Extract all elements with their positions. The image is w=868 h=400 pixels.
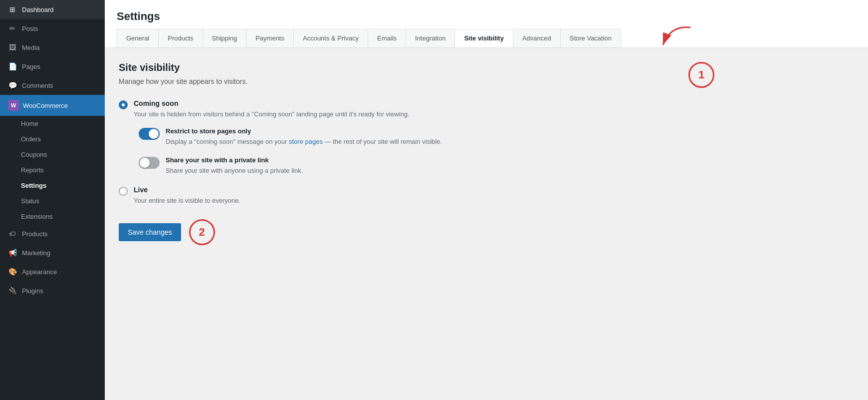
sidebar-item-dashboard[interactable]: ⊞ Dashboard xyxy=(0,0,105,19)
sidebar-item-posts[interactable]: ✏ Posts xyxy=(0,19,105,38)
restrict-store-desc: Display a "coming soon" message on your … xyxy=(166,137,854,147)
restrict-store-toggle-knob xyxy=(149,129,159,139)
live-label: Live xyxy=(134,186,854,194)
pages-icon: 📄 xyxy=(8,62,17,71)
section-header-text: Site visibility Manage how your site app… xyxy=(119,62,247,99)
tab-accounts-privacy[interactable]: Accounts & Privacy xyxy=(293,29,368,47)
private-link-option: Share your site with a private link Shar… xyxy=(139,156,854,176)
tab-products[interactable]: Products xyxy=(158,29,203,47)
dashboard-icon: ⊞ xyxy=(8,5,17,14)
woocommerce-logo: W xyxy=(8,100,19,111)
woocommerce-submenu: Home Orders Coupons Reports Settings Sta… xyxy=(0,116,105,224)
sidebar-item-settings[interactable]: Settings xyxy=(0,178,105,193)
store-pages-link[interactable]: store pages xyxy=(289,138,323,145)
appearance-icon: 🎨 xyxy=(8,267,17,276)
coming-soon-sub-options: Restrict to store pages only Display a "… xyxy=(139,127,854,176)
tab-advanced[interactable]: Advanced xyxy=(513,29,561,47)
comments-icon: 💬 xyxy=(8,81,17,90)
section-header-row: Site visibility Manage how your site app… xyxy=(119,62,854,99)
sidebar-item-extensions[interactable]: Extensions xyxy=(0,209,105,224)
sidebar-item-media[interactable]: 🖼 Media xyxy=(0,38,105,57)
sidebar-item-pages[interactable]: 📄 Pages xyxy=(0,57,105,76)
site-visibility-title: Site visibility xyxy=(119,62,247,73)
coming-soon-label: Coming soon xyxy=(134,99,854,107)
sidebar-item-appearance[interactable]: 🎨 Appearance xyxy=(0,262,105,281)
coming-soon-radio[interactable] xyxy=(119,100,128,109)
live-radio[interactable] xyxy=(119,187,128,196)
sidebar-item-marketing[interactable]: 📢 Marketing xyxy=(0,243,105,262)
live-desc: Your entire site is visible to everyone. xyxy=(134,196,854,206)
coming-soon-content: Coming soon Your site is hidden from vis… xyxy=(134,99,854,119)
tab-emails[interactable]: Emails xyxy=(368,29,406,47)
settings-tabs-area: General Products Shipping Payments Accou… xyxy=(117,29,856,47)
save-changes-button[interactable]: Save changes xyxy=(119,223,181,241)
annotation-circle-2: 2 xyxy=(189,219,215,245)
page-header: Settings General Products Shipping Payme… xyxy=(105,0,868,48)
page-title: Settings xyxy=(117,10,856,29)
tab-shipping[interactable]: Shipping xyxy=(203,29,247,47)
restrict-store-option: Restrict to store pages only Display a "… xyxy=(139,127,854,147)
tab-integration[interactable]: Integration xyxy=(406,29,455,47)
coming-soon-desc: Your site is hidden from visitors behind… xyxy=(134,109,854,119)
sidebar-item-comments[interactable]: 💬 Comments xyxy=(0,76,105,95)
sidebar-item-home[interactable]: Home xyxy=(0,116,105,131)
products-icon: 🏷 xyxy=(8,229,17,238)
sidebar-item-reports[interactable]: Reports xyxy=(0,162,105,178)
private-link-toggle[interactable] xyxy=(139,157,160,169)
site-visibility-desc: Manage how your site appears to visitors… xyxy=(119,77,247,85)
marketing-icon: 📢 xyxy=(8,248,17,257)
main-content: Settings General Products Shipping Payme… xyxy=(105,0,868,400)
private-link-label: Share your site with a private link xyxy=(166,156,854,164)
sidebar-item-products[interactable]: 🏷 Products xyxy=(0,224,105,243)
restrict-store-label: Restrict to store pages only xyxy=(166,127,854,135)
footer-row: Save changes 2 xyxy=(119,219,854,245)
live-content: Live Your entire site is visible to ever… xyxy=(134,186,854,206)
tab-site-visibility[interactable]: Site visibility xyxy=(454,29,513,47)
sidebar-item-coupons[interactable]: Coupons xyxy=(0,147,105,162)
private-link-desc: Share your site with anyone using a priv… xyxy=(166,166,854,176)
sidebar-item-woocommerce[interactable]: W WooCommerce xyxy=(0,95,105,116)
sidebar: ⊞ Dashboard ✏ Posts 🖼 Media 📄 Pages 💬 Co… xyxy=(0,0,105,400)
private-link-content: Share your site with a private link Shar… xyxy=(166,156,854,176)
sidebar-item-status[interactable]: Status xyxy=(0,193,105,209)
tab-payments[interactable]: Payments xyxy=(246,29,294,47)
settings-content: Site visibility Manage how your site app… xyxy=(105,48,868,400)
annotation-circle-1: 1 xyxy=(688,62,714,88)
restrict-store-content: Restrict to store pages only Display a "… xyxy=(166,127,854,147)
live-option[interactable]: Live Your entire site is visible to ever… xyxy=(119,186,854,206)
tab-store-vacation[interactable]: Store Vacation xyxy=(560,29,621,47)
settings-tabs: General Products Shipping Payments Accou… xyxy=(117,29,856,47)
tab-general[interactable]: General xyxy=(117,29,159,47)
private-link-toggle-knob xyxy=(140,158,150,168)
posts-icon: ✏ xyxy=(8,24,17,33)
media-icon: 🖼 xyxy=(8,43,17,52)
plugins-icon: 🔌 xyxy=(8,286,17,295)
restrict-store-toggle[interactable] xyxy=(139,128,160,140)
coming-soon-option[interactable]: Coming soon Your site is hidden from vis… xyxy=(119,99,854,119)
sidebar-item-plugins[interactable]: 🔌 Plugins xyxy=(0,281,105,300)
sidebar-item-orders[interactable]: Orders xyxy=(0,131,105,147)
